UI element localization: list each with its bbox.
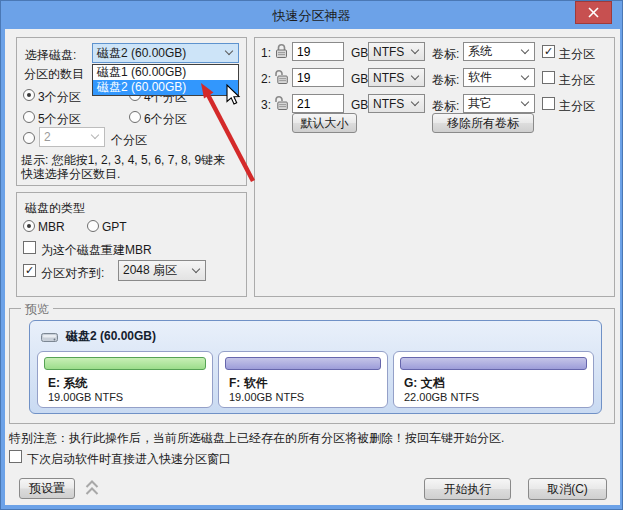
volume-value: 其它 bbox=[468, 95, 492, 112]
partition-usage-bar bbox=[44, 357, 206, 370]
row-index: 1: bbox=[261, 46, 271, 60]
lock-closed-icon[interactable] bbox=[275, 43, 288, 59]
fs-combobox-2[interactable]: NTFS bbox=[368, 68, 425, 87]
startup-checkbox-label: 下次启动软件时直接进入快速分区窗口 bbox=[27, 451, 231, 468]
volume-combobox-2[interactable]: 软件 bbox=[463, 68, 535, 87]
preview-disk-title: 磁盘2 (60.00GB) bbox=[66, 328, 156, 345]
disk-combo-value: 磁盘2 (60.00GB) bbox=[97, 45, 186, 62]
size-input-2[interactable] bbox=[292, 68, 344, 87]
close-icon bbox=[588, 7, 599, 18]
startup-checkbox[interactable] bbox=[9, 450, 22, 463]
lock-open-icon[interactable] bbox=[275, 69, 288, 85]
chevron-down-icon bbox=[411, 71, 419, 79]
volume-value: 软件 bbox=[468, 69, 492, 86]
partition-usage-bar bbox=[400, 357, 587, 370]
row-index: 3: bbox=[261, 98, 271, 112]
radio-5-partitions[interactable] bbox=[23, 111, 35, 123]
custom-count-value: 2 bbox=[44, 130, 51, 144]
fs-value: NTFS bbox=[373, 97, 404, 111]
partition-name: E: 系统 bbox=[48, 375, 87, 392]
align-sector-value: 2048 扇区 bbox=[123, 262, 177, 279]
radio-mbr[interactable] bbox=[23, 220, 35, 232]
radio-custom-partitions[interactable] bbox=[23, 132, 35, 144]
disk-drive-icon bbox=[41, 331, 59, 343]
primary-checkbox-3[interactable] bbox=[542, 97, 555, 110]
lock-open-icon[interactable] bbox=[275, 95, 288, 111]
chevron-down-icon bbox=[192, 264, 200, 272]
volume-value: 系统 bbox=[468, 43, 492, 60]
mbr-label: MBR bbox=[38, 220, 65, 234]
gpt-label: GPT bbox=[102, 220, 127, 234]
remove-all-labels-button[interactable]: 移除所有卷标 bbox=[432, 113, 534, 133]
preview-group-label: 预览 bbox=[21, 301, 53, 318]
unit-label: GB bbox=[351, 46, 368, 60]
fs-value: NTFS bbox=[373, 71, 404, 85]
chevron-down-icon bbox=[521, 71, 529, 79]
primary-label: 主分区 bbox=[559, 72, 595, 89]
partition-name: G: 文档 bbox=[404, 375, 445, 392]
start-execute-button[interactable]: 开始执行 bbox=[424, 478, 511, 500]
close-button[interactable] bbox=[575, 1, 612, 24]
partition-count-label: 分区的数目 bbox=[24, 66, 84, 83]
volume-caption: 卷标: bbox=[432, 46, 459, 63]
select-disk-label: 选择磁盘: bbox=[25, 47, 76, 64]
volume-combobox-1[interactable]: 系统 bbox=[463, 42, 535, 61]
chevron-down-icon bbox=[225, 47, 233, 55]
primary-checkbox-1[interactable] bbox=[542, 45, 555, 58]
primary-label: 主分区 bbox=[559, 46, 595, 63]
cancel-button[interactable]: 取消(C) bbox=[528, 478, 607, 500]
disk-type-label: 磁盘的类型 bbox=[25, 200, 85, 217]
warning-text: 特别注意：执行此操作后，当前所选磁盘上已经存在的所有分区将被删除！按回车键开始分… bbox=[9, 430, 504, 447]
partition-info: 19.00GB NTFS bbox=[48, 391, 123, 403]
fs-combobox-1[interactable]: NTFS bbox=[368, 42, 425, 61]
rebuild-mbr-checkbox[interactable] bbox=[23, 241, 36, 254]
fs-combobox-3[interactable]: NTFS bbox=[368, 94, 425, 113]
quick-partition-dialog: 快速分区神器 选择磁盘: 磁盘2 (60.00GB) 磁盘1 (60.00GB)… bbox=[0, 0, 623, 510]
unit-label: GB bbox=[351, 98, 368, 112]
unit-label: GB bbox=[351, 72, 368, 86]
chevron-down-icon bbox=[91, 131, 99, 139]
disk-dropdown-list: 磁盘1 (60.00GB) 磁盘2 (60.00GB) bbox=[92, 64, 239, 96]
custom-count-suffix: 个分区 bbox=[111, 132, 147, 149]
fs-value: NTFS bbox=[373, 45, 404, 59]
primary-checkbox-2[interactable] bbox=[542, 71, 555, 84]
partition-usage-bar bbox=[225, 357, 381, 370]
chevron-down-icon bbox=[521, 97, 529, 105]
size-input-3[interactable] bbox=[292, 94, 344, 113]
preset-button[interactable]: 预设置 bbox=[19, 478, 75, 499]
radio-6-partitions[interactable] bbox=[129, 111, 141, 123]
radio-3-partitions[interactable] bbox=[23, 89, 35, 101]
row-index: 2: bbox=[261, 72, 271, 86]
primary-label: 主分区 bbox=[559, 98, 595, 115]
collapse-up-chevrons-icon[interactable] bbox=[84, 479, 100, 497]
align-label: 分区对齐到: bbox=[41, 265, 104, 282]
disk-option-2-selected[interactable]: 磁盘2 (60.00GB) bbox=[93, 80, 238, 95]
partition-card-g[interactable]: G: 文档 22.00GB NTFS bbox=[393, 351, 594, 408]
default-size-button[interactable]: 默认大小 bbox=[292, 113, 357, 133]
chevron-down-icon bbox=[411, 45, 419, 53]
hint-text-line2: 快速选择分区数目. bbox=[21, 166, 120, 183]
radio-3-label: 3个分区 bbox=[38, 89, 81, 106]
chevron-down-icon bbox=[411, 97, 419, 105]
chevron-down-icon bbox=[521, 45, 529, 53]
partition-info: 22.00GB NTFS bbox=[404, 391, 479, 403]
preview-disk-header: 磁盘2 (60.00GB) bbox=[41, 328, 156, 345]
radio-5-label: 5个分区 bbox=[38, 111, 81, 128]
partition-card-e[interactable]: E: 系统 19.00GB NTFS bbox=[37, 351, 213, 408]
rebuild-mbr-label: 为这个磁盘重建MBR bbox=[41, 242, 152, 259]
radio-gpt[interactable] bbox=[87, 220, 99, 232]
partition-name: F: 软件 bbox=[229, 375, 268, 392]
disk-option-1[interactable]: 磁盘1 (60.00GB) bbox=[93, 65, 238, 80]
align-sector-combobox[interactable]: 2048 扇区 bbox=[118, 260, 206, 281]
partition-info: 19.00GB NTFS bbox=[229, 391, 304, 403]
radio-6-label: 6个分区 bbox=[144, 111, 187, 128]
align-checkbox[interactable] bbox=[23, 264, 36, 277]
disk-select-combobox[interactable]: 磁盘2 (60.00GB) bbox=[92, 43, 239, 63]
custom-count-combobox[interactable]: 2 bbox=[39, 127, 105, 147]
partition-card-f[interactable]: F: 软件 19.00GB NTFS bbox=[218, 351, 388, 408]
window-title: 快速分区神器 bbox=[1, 7, 622, 25]
volume-caption: 卷标: bbox=[432, 72, 459, 89]
size-input-1[interactable] bbox=[292, 42, 344, 61]
volume-combobox-3[interactable]: 其它 bbox=[463, 94, 535, 113]
